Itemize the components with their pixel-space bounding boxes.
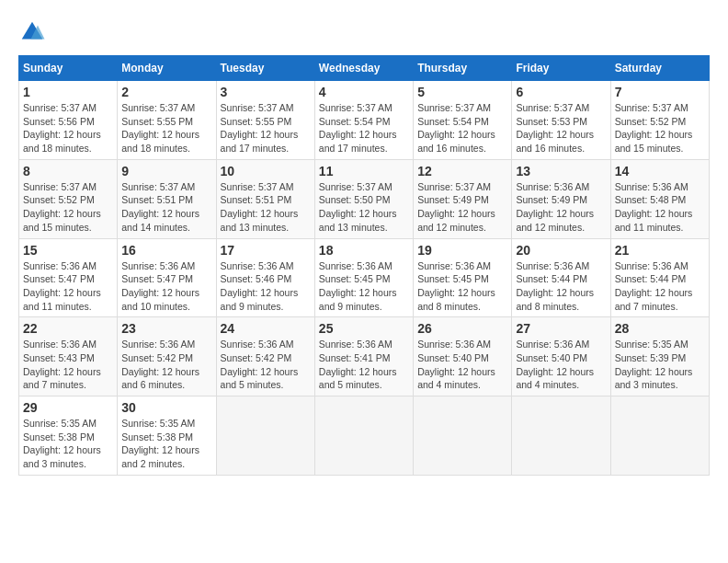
day-info: Sunrise: 5:36 AM Sunset: 5:45 PM Dayligh… [417,259,507,314]
day-number: 5 [417,85,507,99]
calendar-week-1: 1Sunrise: 5:37 AM Sunset: 5:56 PM Daylig… [19,81,710,160]
day-info: Sunrise: 5:36 AM Sunset: 5:48 PM Dayligh… [615,180,705,235]
header-day-saturday: Saturday [610,56,709,81]
calendar-cell: 30Sunrise: 5:35 AM Sunset: 5:38 PM Dayli… [118,396,216,476]
day-number: 4 [319,85,409,99]
calendar-cell: 15Sunrise: 5:36 AM Sunset: 5:47 PM Dayli… [19,238,118,317]
day-number: 23 [121,321,211,336]
calendar-cell: 6Sunrise: 5:37 AM Sunset: 5:53 PM Daylig… [512,81,610,160]
calendar-cell: 19Sunrise: 5:36 AM Sunset: 5:45 PM Dayli… [414,238,512,317]
day-info: Sunrise: 5:35 AM Sunset: 5:38 PM Dayligh… [23,417,113,471]
day-number: 3 [221,85,311,99]
day-number: 13 [516,164,606,178]
calendar-cell: 3Sunrise: 5:37 AM Sunset: 5:55 PM Daylig… [216,81,314,160]
calendar-cell [216,396,314,476]
day-info: Sunrise: 5:37 AM Sunset: 5:51 PM Dayligh… [221,180,311,235]
calendar-cell: 27Sunrise: 5:36 AM Sunset: 5:40 PM Dayli… [512,317,610,396]
day-info: Sunrise: 5:36 AM Sunset: 5:47 PM Dayligh… [121,259,211,314]
day-number: 19 [417,243,507,258]
calendar-cell: 5Sunrise: 5:37 AM Sunset: 5:54 PM Daylig… [414,81,512,160]
header-day-sunday: Sunday [19,56,118,81]
calendar-cell: 8Sunrise: 5:37 AM Sunset: 5:52 PM Daylig… [19,159,118,238]
page-header [18,18,710,46]
day-info: Sunrise: 5:37 AM Sunset: 5:53 PM Dayligh… [516,101,606,155]
calendar-cell [610,396,709,476]
calendar-cell: 29Sunrise: 5:35 AM Sunset: 5:38 PM Dayli… [19,396,118,476]
day-info: Sunrise: 5:36 AM Sunset: 5:44 PM Dayligh… [615,259,705,314]
calendar-week-2: 8Sunrise: 5:37 AM Sunset: 5:52 PM Daylig… [19,159,710,238]
day-number: 6 [516,85,606,99]
day-number: 22 [23,321,113,336]
calendar-cell: 13Sunrise: 5:36 AM Sunset: 5:49 PM Dayli… [512,159,610,238]
calendar-week-5: 29Sunrise: 5:35 AM Sunset: 5:38 PM Dayli… [19,396,710,476]
calendar-cell: 14Sunrise: 5:36 AM Sunset: 5:48 PM Dayli… [610,159,709,238]
calendar-cell: 12Sunrise: 5:37 AM Sunset: 5:49 PM Dayli… [414,159,512,238]
day-info: Sunrise: 5:37 AM Sunset: 5:52 PM Dayligh… [615,101,705,155]
calendar-cell: 16Sunrise: 5:36 AM Sunset: 5:47 PM Dayli… [118,238,216,317]
day-info: Sunrise: 5:37 AM Sunset: 5:49 PM Dayligh… [417,180,507,235]
day-info: Sunrise: 5:36 AM Sunset: 5:45 PM Dayligh… [319,259,409,314]
day-info: Sunrise: 5:35 AM Sunset: 5:39 PM Dayligh… [615,338,705,392]
day-number: 9 [121,164,211,178]
day-info: Sunrise: 5:37 AM Sunset: 5:55 PM Dayligh… [221,101,311,155]
calendar-cell: 18Sunrise: 5:36 AM Sunset: 5:45 PM Dayli… [314,238,413,317]
day-info: Sunrise: 5:37 AM Sunset: 5:51 PM Dayligh… [121,180,211,235]
day-info: Sunrise: 5:36 AM Sunset: 5:43 PM Dayligh… [23,338,113,392]
day-number: 27 [516,321,606,336]
header-day-wednesday: Wednesday [314,56,413,81]
header-day-monday: Monday [118,56,216,81]
day-info: Sunrise: 5:36 AM Sunset: 5:40 PM Dayligh… [516,338,606,392]
header-day-friday: Friday [512,56,610,81]
calendar-body: 1Sunrise: 5:37 AM Sunset: 5:56 PM Daylig… [19,81,710,476]
day-info: Sunrise: 5:37 AM Sunset: 5:55 PM Dayligh… [121,101,211,155]
calendar-cell: 25Sunrise: 5:36 AM Sunset: 5:41 PM Dayli… [314,317,413,396]
logo [18,18,50,46]
day-info: Sunrise: 5:35 AM Sunset: 5:38 PM Dayligh… [121,417,211,471]
day-info: Sunrise: 5:37 AM Sunset: 5:50 PM Dayligh… [319,180,409,235]
header-row: SundayMondayTuesdayWednesdayThursdayFrid… [19,56,710,81]
calendar-cell: 24Sunrise: 5:36 AM Sunset: 5:42 PM Dayli… [216,317,314,396]
day-info: Sunrise: 5:36 AM Sunset: 5:44 PM Dayligh… [516,259,606,314]
calendar-cell: 2Sunrise: 5:37 AM Sunset: 5:55 PM Daylig… [118,81,216,160]
calendar-cell [512,396,610,476]
day-info: Sunrise: 5:36 AM Sunset: 5:49 PM Dayligh… [516,180,606,235]
day-number: 30 [121,400,211,415]
day-number: 10 [221,164,311,178]
day-number: 24 [221,321,311,336]
calendar-cell: 20Sunrise: 5:36 AM Sunset: 5:44 PM Dayli… [512,238,610,317]
calendar-week-4: 22Sunrise: 5:36 AM Sunset: 5:43 PM Dayli… [19,317,710,396]
day-number: 16 [121,243,211,258]
day-number: 7 [615,85,705,99]
day-info: Sunrise: 5:37 AM Sunset: 5:52 PM Dayligh… [23,180,113,235]
day-info: Sunrise: 5:37 AM Sunset: 5:54 PM Dayligh… [417,101,507,155]
logo-icon [18,18,46,46]
day-number: 25 [319,321,409,336]
calendar-cell: 7Sunrise: 5:37 AM Sunset: 5:52 PM Daylig… [610,81,709,160]
day-number: 21 [615,243,705,258]
day-number: 28 [615,321,705,336]
day-number: 12 [417,164,507,178]
day-number: 18 [319,243,409,258]
day-info: Sunrise: 5:36 AM Sunset: 5:40 PM Dayligh… [417,338,507,392]
day-info: Sunrise: 5:36 AM Sunset: 5:46 PM Dayligh… [221,259,311,314]
day-info: Sunrise: 5:36 AM Sunset: 5:42 PM Dayligh… [121,338,211,392]
day-number: 17 [221,243,311,258]
header-day-tuesday: Tuesday [216,56,314,81]
day-number: 1 [23,85,113,99]
calendar-cell: 10Sunrise: 5:37 AM Sunset: 5:51 PM Dayli… [216,159,314,238]
calendar-cell: 23Sunrise: 5:36 AM Sunset: 5:42 PM Dayli… [118,317,216,396]
day-info: Sunrise: 5:36 AM Sunset: 5:47 PM Dayligh… [23,259,113,314]
calendar-cell: 17Sunrise: 5:36 AM Sunset: 5:46 PM Dayli… [216,238,314,317]
calendar-header: SundayMondayTuesdayWednesdayThursdayFrid… [19,56,710,81]
day-info: Sunrise: 5:36 AM Sunset: 5:41 PM Dayligh… [319,338,409,392]
day-info: Sunrise: 5:36 AM Sunset: 5:42 PM Dayligh… [221,338,311,392]
day-number: 14 [615,164,705,178]
calendar-cell: 1Sunrise: 5:37 AM Sunset: 5:56 PM Daylig… [19,81,118,160]
day-number: 15 [23,243,113,258]
calendar-week-3: 15Sunrise: 5:36 AM Sunset: 5:47 PM Dayli… [19,238,710,317]
calendar-cell: 26Sunrise: 5:36 AM Sunset: 5:40 PM Dayli… [414,317,512,396]
day-number: 20 [516,243,606,258]
day-number: 11 [319,164,409,178]
calendar-cell: 22Sunrise: 5:36 AM Sunset: 5:43 PM Dayli… [19,317,118,396]
calendar-cell: 11Sunrise: 5:37 AM Sunset: 5:50 PM Dayli… [314,159,413,238]
